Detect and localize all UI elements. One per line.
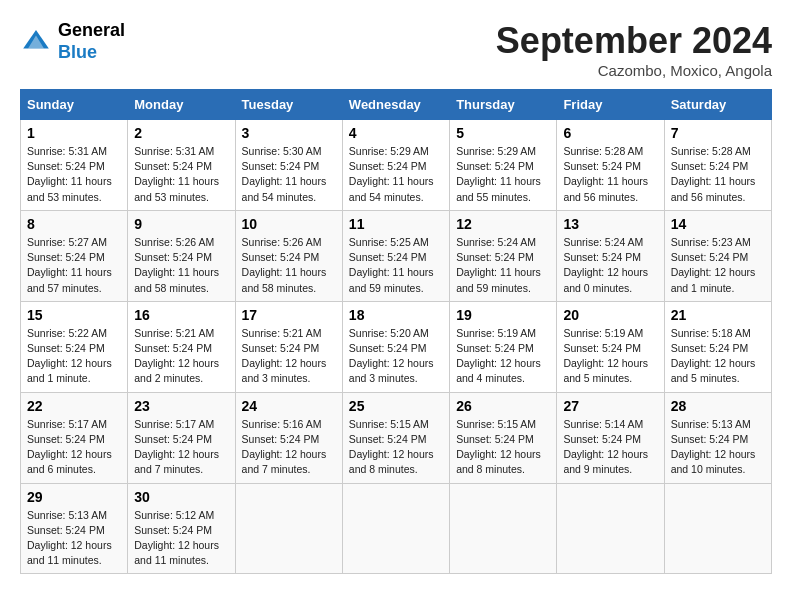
day-info: Sunrise: 5:16 AM Sunset: 5:24 PM Dayligh… (242, 417, 336, 478)
col-header-wednesday: Wednesday (342, 90, 449, 120)
day-number: 15 (27, 307, 121, 323)
day-number: 14 (671, 216, 765, 232)
day-info: Sunrise: 5:14 AM Sunset: 5:24 PM Dayligh… (563, 417, 657, 478)
day-info: Sunrise: 5:28 AM Sunset: 5:24 PM Dayligh… (671, 144, 765, 205)
day-cell (342, 483, 449, 574)
day-number: 26 (456, 398, 550, 414)
day-cell (235, 483, 342, 574)
day-info: Sunrise: 5:22 AM Sunset: 5:24 PM Dayligh… (27, 326, 121, 387)
day-cell: 13Sunrise: 5:24 AM Sunset: 5:24 PM Dayli… (557, 210, 664, 301)
day-number: 16 (134, 307, 228, 323)
week-row-1: 1Sunrise: 5:31 AM Sunset: 5:24 PM Daylig… (21, 120, 772, 211)
day-cell: 25Sunrise: 5:15 AM Sunset: 5:24 PM Dayli… (342, 392, 449, 483)
day-info: Sunrise: 5:17 AM Sunset: 5:24 PM Dayligh… (27, 417, 121, 478)
col-header-saturday: Saturday (664, 90, 771, 120)
day-number: 12 (456, 216, 550, 232)
day-cell: 9Sunrise: 5:26 AM Sunset: 5:24 PM Daylig… (128, 210, 235, 301)
day-info: Sunrise: 5:20 AM Sunset: 5:24 PM Dayligh… (349, 326, 443, 387)
logo-text: General Blue (58, 20, 125, 63)
day-number: 29 (27, 489, 121, 505)
day-cell: 8Sunrise: 5:27 AM Sunset: 5:24 PM Daylig… (21, 210, 128, 301)
day-info: Sunrise: 5:24 AM Sunset: 5:24 PM Dayligh… (456, 235, 550, 296)
day-number: 20 (563, 307, 657, 323)
calendar-header-row: SundayMondayTuesdayWednesdayThursdayFrid… (21, 90, 772, 120)
day-cell: 12Sunrise: 5:24 AM Sunset: 5:24 PM Dayli… (450, 210, 557, 301)
day-number: 17 (242, 307, 336, 323)
day-cell: 6Sunrise: 5:28 AM Sunset: 5:24 PM Daylig… (557, 120, 664, 211)
day-number: 25 (349, 398, 443, 414)
day-info: Sunrise: 5:28 AM Sunset: 5:24 PM Dayligh… (563, 144, 657, 205)
day-info: Sunrise: 5:26 AM Sunset: 5:24 PM Dayligh… (242, 235, 336, 296)
day-info: Sunrise: 5:30 AM Sunset: 5:24 PM Dayligh… (242, 144, 336, 205)
day-cell: 22Sunrise: 5:17 AM Sunset: 5:24 PM Dayli… (21, 392, 128, 483)
day-number: 24 (242, 398, 336, 414)
day-info: Sunrise: 5:15 AM Sunset: 5:24 PM Dayligh… (349, 417, 443, 478)
week-row-4: 22Sunrise: 5:17 AM Sunset: 5:24 PM Dayli… (21, 392, 772, 483)
week-row-5: 29Sunrise: 5:13 AM Sunset: 5:24 PM Dayli… (21, 483, 772, 574)
day-info: Sunrise: 5:13 AM Sunset: 5:24 PM Dayligh… (27, 508, 121, 569)
day-info: Sunrise: 5:31 AM Sunset: 5:24 PM Dayligh… (27, 144, 121, 205)
day-number: 10 (242, 216, 336, 232)
day-cell: 15Sunrise: 5:22 AM Sunset: 5:24 PM Dayli… (21, 301, 128, 392)
day-cell: 4Sunrise: 5:29 AM Sunset: 5:24 PM Daylig… (342, 120, 449, 211)
day-number: 6 (563, 125, 657, 141)
location: Cazombo, Moxico, Angola (496, 62, 772, 79)
day-cell: 11Sunrise: 5:25 AM Sunset: 5:24 PM Dayli… (342, 210, 449, 301)
day-info: Sunrise: 5:26 AM Sunset: 5:24 PM Dayligh… (134, 235, 228, 296)
day-number: 7 (671, 125, 765, 141)
day-info: Sunrise: 5:29 AM Sunset: 5:24 PM Dayligh… (456, 144, 550, 205)
day-cell: 17Sunrise: 5:21 AM Sunset: 5:24 PM Dayli… (235, 301, 342, 392)
logo: General Blue (20, 20, 125, 63)
day-cell: 3Sunrise: 5:30 AM Sunset: 5:24 PM Daylig… (235, 120, 342, 211)
day-info: Sunrise: 5:31 AM Sunset: 5:24 PM Dayligh… (134, 144, 228, 205)
col-header-monday: Monday (128, 90, 235, 120)
week-row-2: 8Sunrise: 5:27 AM Sunset: 5:24 PM Daylig… (21, 210, 772, 301)
day-cell: 1Sunrise: 5:31 AM Sunset: 5:24 PM Daylig… (21, 120, 128, 211)
day-number: 2 (134, 125, 228, 141)
day-number: 8 (27, 216, 121, 232)
day-info: Sunrise: 5:17 AM Sunset: 5:24 PM Dayligh… (134, 417, 228, 478)
day-cell: 28Sunrise: 5:13 AM Sunset: 5:24 PM Dayli… (664, 392, 771, 483)
logo-icon (20, 26, 52, 58)
day-number: 13 (563, 216, 657, 232)
day-info: Sunrise: 5:19 AM Sunset: 5:24 PM Dayligh… (456, 326, 550, 387)
title-block: September 2024 Cazombo, Moxico, Angola (496, 20, 772, 79)
day-number: 23 (134, 398, 228, 414)
day-info: Sunrise: 5:23 AM Sunset: 5:24 PM Dayligh… (671, 235, 765, 296)
day-cell: 23Sunrise: 5:17 AM Sunset: 5:24 PM Dayli… (128, 392, 235, 483)
day-number: 22 (27, 398, 121, 414)
day-number: 30 (134, 489, 228, 505)
day-cell: 18Sunrise: 5:20 AM Sunset: 5:24 PM Dayli… (342, 301, 449, 392)
col-header-friday: Friday (557, 90, 664, 120)
day-cell: 14Sunrise: 5:23 AM Sunset: 5:24 PM Dayli… (664, 210, 771, 301)
day-cell: 26Sunrise: 5:15 AM Sunset: 5:24 PM Dayli… (450, 392, 557, 483)
day-info: Sunrise: 5:24 AM Sunset: 5:24 PM Dayligh… (563, 235, 657, 296)
calendar-table: SundayMondayTuesdayWednesdayThursdayFrid… (20, 89, 772, 574)
day-number: 18 (349, 307, 443, 323)
day-number: 9 (134, 216, 228, 232)
day-cell: 7Sunrise: 5:28 AM Sunset: 5:24 PM Daylig… (664, 120, 771, 211)
day-info: Sunrise: 5:12 AM Sunset: 5:24 PM Dayligh… (134, 508, 228, 569)
day-info: Sunrise: 5:19 AM Sunset: 5:24 PM Dayligh… (563, 326, 657, 387)
day-cell: 21Sunrise: 5:18 AM Sunset: 5:24 PM Dayli… (664, 301, 771, 392)
col-header-tuesday: Tuesday (235, 90, 342, 120)
day-cell: 24Sunrise: 5:16 AM Sunset: 5:24 PM Dayli… (235, 392, 342, 483)
day-number: 28 (671, 398, 765, 414)
month-title: September 2024 (496, 20, 772, 62)
day-cell: 29Sunrise: 5:13 AM Sunset: 5:24 PM Dayli… (21, 483, 128, 574)
day-cell: 20Sunrise: 5:19 AM Sunset: 5:24 PM Dayli… (557, 301, 664, 392)
day-info: Sunrise: 5:29 AM Sunset: 5:24 PM Dayligh… (349, 144, 443, 205)
day-cell (450, 483, 557, 574)
day-number: 1 (27, 125, 121, 141)
col-header-sunday: Sunday (21, 90, 128, 120)
day-info: Sunrise: 5:21 AM Sunset: 5:24 PM Dayligh… (242, 326, 336, 387)
day-cell: 5Sunrise: 5:29 AM Sunset: 5:24 PM Daylig… (450, 120, 557, 211)
day-number: 11 (349, 216, 443, 232)
day-info: Sunrise: 5:18 AM Sunset: 5:24 PM Dayligh… (671, 326, 765, 387)
day-cell (664, 483, 771, 574)
day-number: 19 (456, 307, 550, 323)
day-number: 27 (563, 398, 657, 414)
day-info: Sunrise: 5:21 AM Sunset: 5:24 PM Dayligh… (134, 326, 228, 387)
day-info: Sunrise: 5:13 AM Sunset: 5:24 PM Dayligh… (671, 417, 765, 478)
day-cell: 27Sunrise: 5:14 AM Sunset: 5:24 PM Dayli… (557, 392, 664, 483)
